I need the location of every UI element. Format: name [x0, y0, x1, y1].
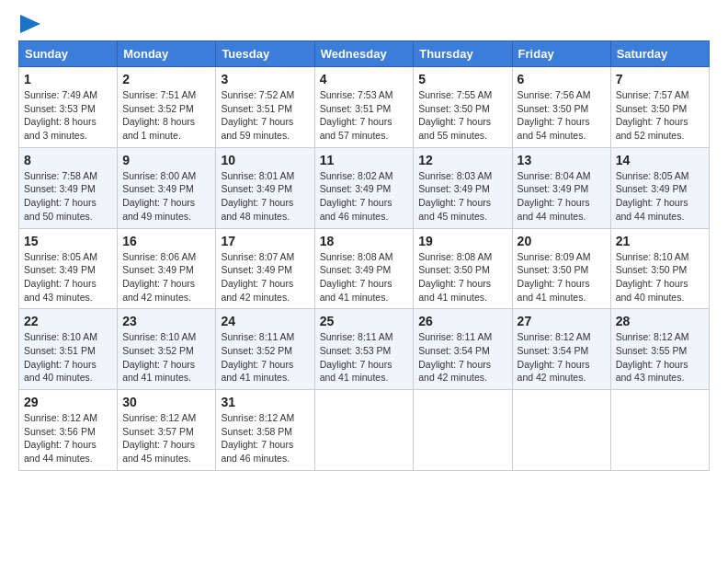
day-number: 17 — [221, 234, 309, 248]
logo — [18, 18, 40, 31]
day-info: Sunrise: 8:01 AMSunset: 3:49 PMDaylight:… — [221, 169, 309, 224]
day-number: 19 — [418, 234, 506, 248]
day-info: Sunrise: 8:04 AMSunset: 3:49 PMDaylight:… — [518, 169, 606, 224]
day-number: 1 — [24, 72, 112, 86]
day-number: 15 — [24, 234, 112, 248]
week-row-4: 22Sunrise: 8:10 AMSunset: 3:51 PMDayligh… — [19, 309, 710, 390]
week-row-3: 15Sunrise: 8:05 AMSunset: 3:49 PMDayligh… — [19, 228, 710, 309]
day-number: 29 — [24, 395, 112, 409]
day-cell-13: 13Sunrise: 8:04 AMSunset: 3:49 PMDayligh… — [512, 147, 610, 228]
day-number: 24 — [221, 314, 309, 328]
col-header-sunday: Sunday — [19, 41, 118, 67]
col-header-saturday: Saturday — [610, 41, 709, 67]
day-info: Sunrise: 7:57 AMSunset: 3:50 PMDaylight:… — [616, 88, 704, 143]
day-cell-31: 31Sunrise: 8:12 AMSunset: 3:58 PMDayligh… — [216, 390, 314, 471]
day-number: 3 — [221, 72, 309, 86]
day-number: 7 — [616, 72, 704, 86]
day-cell-8: 8Sunrise: 7:58 AMSunset: 3:49 PMDaylight… — [19, 147, 118, 228]
day-cell-21: 21Sunrise: 8:10 AMSunset: 3:50 PMDayligh… — [610, 228, 709, 309]
day-number: 18 — [320, 234, 409, 248]
day-number: 22 — [24, 314, 112, 328]
day-cell-2: 2Sunrise: 7:51 AMSunset: 3:52 PMDaylight… — [118, 67, 216, 148]
day-cell-30: 30Sunrise: 8:12 AMSunset: 3:57 PMDayligh… — [118, 390, 216, 471]
day-info: Sunrise: 7:53 AMSunset: 3:51 PMDaylight:… — [320, 88, 409, 143]
day-cell-26: 26Sunrise: 8:11 AMSunset: 3:54 PMDayligh… — [414, 309, 512, 390]
day-info: Sunrise: 7:51 AMSunset: 3:52 PMDaylight:… — [122, 88, 210, 143]
col-header-wednesday: Wednesday — [314, 41, 414, 67]
day-cell-16: 16Sunrise: 8:06 AMSunset: 3:49 PMDayligh… — [118, 228, 216, 309]
calendar-table: SundayMondayTuesdayWednesdayThursdayFrid… — [18, 40, 710, 471]
week-row-5: 29Sunrise: 8:12 AMSunset: 3:56 PMDayligh… — [19, 390, 710, 471]
empty-cell — [512, 390, 610, 471]
day-info: Sunrise: 8:12 AMSunset: 3:55 PMDaylight:… — [616, 330, 704, 385]
day-cell-29: 29Sunrise: 8:12 AMSunset: 3:56 PMDayligh… — [19, 390, 118, 471]
day-cell-25: 25Sunrise: 8:11 AMSunset: 3:53 PMDayligh… — [314, 309, 414, 390]
day-number: 27 — [518, 314, 606, 328]
day-number: 28 — [616, 314, 704, 328]
day-cell-27: 27Sunrise: 8:12 AMSunset: 3:54 PMDayligh… — [512, 309, 610, 390]
day-number: 26 — [418, 314, 506, 328]
col-header-thursday: Thursday — [414, 41, 512, 67]
day-number: 21 — [616, 234, 704, 248]
day-cell-18: 18Sunrise: 8:08 AMSunset: 3:49 PMDayligh… — [314, 228, 414, 309]
day-info: Sunrise: 7:56 AMSunset: 3:50 PMDaylight:… — [518, 88, 606, 143]
day-info: Sunrise: 8:06 AMSunset: 3:49 PMDaylight:… — [122, 250, 210, 304]
day-info: Sunrise: 8:10 AMSunset: 3:50 PMDaylight:… — [616, 250, 704, 304]
day-cell-12: 12Sunrise: 8:03 AMSunset: 3:49 PMDayligh… — [414, 147, 512, 228]
day-number: 2 — [122, 72, 210, 86]
day-number: 13 — [518, 153, 606, 167]
day-cell-14: 14Sunrise: 8:05 AMSunset: 3:49 PMDayligh… — [610, 147, 709, 228]
col-header-tuesday: Tuesday — [216, 41, 314, 67]
day-cell-22: 22Sunrise: 8:10 AMSunset: 3:51 PMDayligh… — [19, 309, 118, 390]
svg-marker-0 — [20, 15, 40, 33]
empty-cell — [314, 390, 414, 471]
day-info: Sunrise: 8:00 AMSunset: 3:49 PMDaylight:… — [122, 169, 210, 224]
day-info: Sunrise: 8:10 AMSunset: 3:52 PMDaylight:… — [122, 330, 210, 385]
day-info: Sunrise: 8:10 AMSunset: 3:51 PMDaylight:… — [24, 330, 112, 385]
day-info: Sunrise: 8:08 AMSunset: 3:49 PMDaylight:… — [320, 250, 409, 304]
day-info: Sunrise: 8:12 AMSunset: 3:56 PMDaylight:… — [24, 411, 112, 465]
day-cell-4: 4Sunrise: 7:53 AMSunset: 3:51 PMDaylight… — [314, 67, 414, 148]
day-cell-19: 19Sunrise: 8:08 AMSunset: 3:50 PMDayligh… — [414, 228, 512, 309]
day-info: Sunrise: 8:07 AMSunset: 3:49 PMDaylight:… — [221, 250, 309, 304]
day-number: 11 — [320, 153, 409, 167]
day-info: Sunrise: 8:12 AMSunset: 3:54 PMDaylight:… — [518, 330, 606, 385]
day-info: Sunrise: 8:11 AMSunset: 3:53 PMDaylight:… — [320, 330, 409, 385]
day-number: 6 — [518, 72, 606, 86]
day-info: Sunrise: 8:12 AMSunset: 3:57 PMDaylight:… — [122, 411, 210, 465]
day-cell-1: 1Sunrise: 7:49 AMSunset: 3:53 PMDaylight… — [19, 67, 118, 148]
day-cell-17: 17Sunrise: 8:07 AMSunset: 3:49 PMDayligh… — [216, 228, 314, 309]
day-number: 14 — [616, 153, 704, 167]
day-number: 4 — [320, 72, 409, 86]
day-info: Sunrise: 7:52 AMSunset: 3:51 PMDaylight:… — [221, 88, 309, 143]
day-info: Sunrise: 8:02 AMSunset: 3:49 PMDaylight:… — [320, 169, 409, 224]
day-cell-9: 9Sunrise: 8:00 AMSunset: 3:49 PMDaylight… — [118, 147, 216, 228]
empty-cell — [610, 390, 709, 471]
day-cell-28: 28Sunrise: 8:12 AMSunset: 3:55 PMDayligh… — [610, 309, 709, 390]
week-row-1: 1Sunrise: 7:49 AMSunset: 3:53 PMDaylight… — [19, 67, 710, 148]
day-cell-15: 15Sunrise: 8:05 AMSunset: 3:49 PMDayligh… — [19, 228, 118, 309]
day-number: 8 — [24, 153, 112, 167]
day-info: Sunrise: 8:12 AMSunset: 3:58 PMDaylight:… — [221, 411, 309, 465]
day-info: Sunrise: 8:11 AMSunset: 3:52 PMDaylight:… — [221, 330, 309, 385]
day-cell-11: 11Sunrise: 8:02 AMSunset: 3:49 PMDayligh… — [314, 147, 414, 228]
day-number: 30 — [122, 395, 210, 409]
day-info: Sunrise: 7:55 AMSunset: 3:50 PMDaylight:… — [418, 88, 506, 143]
day-info: Sunrise: 8:08 AMSunset: 3:50 PMDaylight:… — [418, 250, 506, 304]
col-header-friday: Friday — [512, 41, 610, 67]
day-info: Sunrise: 8:11 AMSunset: 3:54 PMDaylight:… — [418, 330, 506, 385]
day-number: 16 — [122, 234, 210, 248]
day-info: Sunrise: 7:49 AMSunset: 3:53 PMDaylight:… — [24, 88, 112, 143]
day-info: Sunrise: 8:09 AMSunset: 3:50 PMDaylight:… — [518, 250, 606, 304]
day-info: Sunrise: 8:05 AMSunset: 3:49 PMDaylight:… — [24, 250, 112, 304]
day-number: 23 — [122, 314, 210, 328]
day-cell-23: 23Sunrise: 8:10 AMSunset: 3:52 PMDayligh… — [118, 309, 216, 390]
day-info: Sunrise: 7:58 AMSunset: 3:49 PMDaylight:… — [24, 169, 112, 224]
day-number: 9 — [122, 153, 210, 167]
day-number: 31 — [221, 395, 309, 409]
day-cell-5: 5Sunrise: 7:55 AMSunset: 3:50 PMDaylight… — [414, 67, 512, 148]
day-number: 12 — [418, 153, 506, 167]
day-number: 5 — [418, 72, 506, 86]
calendar-header-row: SundayMondayTuesdayWednesdayThursdayFrid… — [19, 41, 710, 67]
day-info: Sunrise: 8:03 AMSunset: 3:49 PMDaylight:… — [418, 169, 506, 224]
